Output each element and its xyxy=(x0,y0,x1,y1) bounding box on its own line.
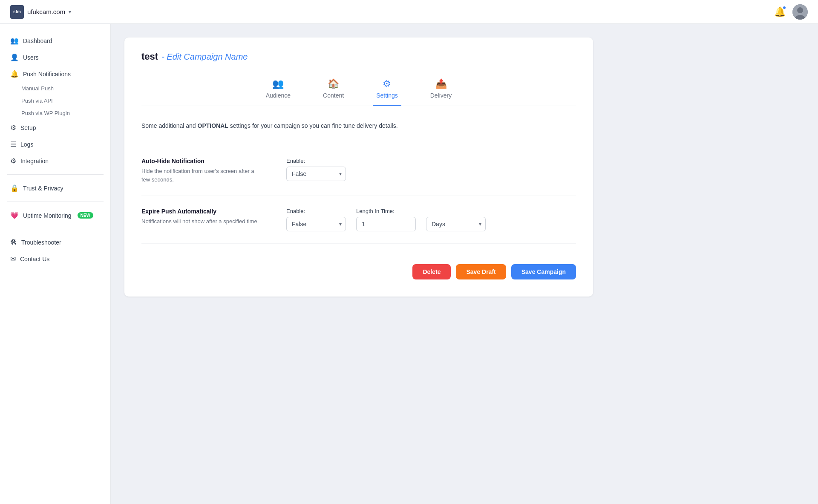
integration-icon: ⚙ xyxy=(10,157,16,165)
delivery-icon: 📤 xyxy=(435,78,447,89)
sidebar-item-push-wp[interactable]: Push via WP Plugin xyxy=(0,107,110,119)
expire-push-label-col: Expire Push Automatically Notifications … xyxy=(141,208,261,231)
sidebar-label-contact: Contact Us xyxy=(20,256,49,262)
sidebar-item-uptime-monitoring[interactable]: 💗 Uptime Monitoring NEW xyxy=(0,207,110,224)
edit-campaign-name-link[interactable]: - Edit Campaign Name xyxy=(161,52,248,62)
auto-hide-select-wrapper: False True ▾ xyxy=(286,167,346,181)
tabs: 👥 Audience 🏠 Content ⚙ Settings 📤 Delive… xyxy=(141,74,576,106)
sidebar-item-setup[interactable]: ⚙ Setup xyxy=(0,119,110,136)
sidebar-item-push-notifications[interactable]: 🔔 Push Notifications xyxy=(0,66,110,82)
notification-badge xyxy=(782,6,786,10)
page-title: test - Edit Campaign Name xyxy=(141,51,576,62)
sidebar-item-logs[interactable]: ☰ Logs xyxy=(0,136,110,153)
sidebar-divider-1 xyxy=(7,174,104,175)
domain-chevron-icon[interactable]: ▾ xyxy=(69,9,71,15)
contact-icon: ✉ xyxy=(10,255,16,263)
expire-push-unit-select[interactable]: Days Hours Minutes xyxy=(426,217,486,231)
sidebar-divider-2 xyxy=(7,202,104,202)
expire-push-enable-group: Enable: False True ▾ xyxy=(286,208,346,231)
sidebar-sub-push: Manual Push Push via API Push via WP Plu… xyxy=(0,82,110,119)
logs-icon: ☰ xyxy=(10,140,16,148)
expire-push-select-wrapper: False True ▾ xyxy=(286,217,346,231)
tab-label-content: Content xyxy=(323,92,344,99)
sidebar-item-troubleshooter[interactable]: 🛠 Troubleshooter xyxy=(0,234,110,251)
sidebar-item-dashboard[interactable]: 👥 Dashboard xyxy=(0,32,110,49)
settings-icon: ⚙ xyxy=(383,78,391,89)
sidebar-label-troubleshooter: Troubleshooter xyxy=(21,239,61,246)
sidebar-label-dashboard: Dashboard xyxy=(23,37,52,44)
sidebar-label-integration: Integration xyxy=(20,158,49,164)
app-logo: sfm xyxy=(10,5,24,19)
tab-audience[interactable]: 👥 Audience xyxy=(262,74,294,106)
sidebar-item-trust-privacy[interactable]: 🔒 Trust & Privacy xyxy=(0,180,110,196)
tab-label-delivery: Delivery xyxy=(430,92,452,99)
svg-point-1 xyxy=(797,7,803,13)
auto-hide-section: Auto-Hide Notification Hide the notifica… xyxy=(141,146,576,196)
tab-label-settings: Settings xyxy=(376,92,398,99)
settings-description: Some additional and OPTIONAL settings fo… xyxy=(141,121,576,130)
expire-push-unit-wrapper: Days Hours Minutes ▾ xyxy=(426,217,486,231)
tab-delivery[interactable]: 📤 Delivery xyxy=(427,74,455,106)
user-avatar[interactable] xyxy=(792,4,808,20)
new-badge: NEW xyxy=(78,212,93,219)
sidebar-item-push-api[interactable]: Push via API xyxy=(0,95,110,107)
auto-hide-select[interactable]: False True xyxy=(286,167,346,181)
expire-push-select[interactable]: False True xyxy=(286,217,346,231)
audience-icon: 👥 xyxy=(272,78,284,89)
card-footer: Delete Save Draft Save Campaign xyxy=(141,264,576,279)
users-icon: 👤 xyxy=(10,53,19,61)
auto-hide-controls: Enable: False True ▾ xyxy=(286,158,576,184)
expire-push-controls: Enable: False True ▾ Length In Time: xyxy=(286,208,576,231)
delete-button[interactable]: Delete xyxy=(412,264,451,279)
sidebar-item-manual-push[interactable]: Manual Push xyxy=(0,82,110,95)
layout: 👥 Dashboard 👤 Users 🔔 Push Notifications… xyxy=(0,24,818,504)
topbar: sfm ufukcam.com ▾ 🔔 xyxy=(0,0,818,24)
sidebar-label-setup: Setup xyxy=(20,124,36,131)
sidebar-label-trust: Trust & Privacy xyxy=(23,185,63,192)
sidebar-item-contact[interactable]: ✉ Contact Us xyxy=(0,251,110,267)
sidebar-label-push: Push Notifications xyxy=(23,71,71,78)
bell-sidebar-icon: 🔔 xyxy=(10,70,19,78)
expire-push-unit-group: Unit Days Hours Minutes ▾ xyxy=(426,208,486,231)
expire-push-length-label: Length In Time: xyxy=(356,208,416,214)
sidebar-item-users[interactable]: 👤 Users xyxy=(0,49,110,66)
expire-push-length-input[interactable] xyxy=(356,217,416,231)
auto-hide-title: Auto-Hide Notification xyxy=(141,158,261,164)
auto-hide-enable-label: Enable: xyxy=(286,158,346,164)
dashboard-icon: 👥 xyxy=(10,37,19,45)
lock-icon: 🔒 xyxy=(10,184,19,192)
optional-text: OPTIONAL xyxy=(198,122,228,129)
setup-icon: ⚙ xyxy=(10,124,16,132)
sidebar-divider-3 xyxy=(7,229,104,229)
notification-bell[interactable]: 🔔 xyxy=(774,6,786,17)
expire-push-section: Expire Push Automatically Notifications … xyxy=(141,196,576,244)
tab-content[interactable]: 🏠 Content xyxy=(320,74,347,106)
content-icon: 🏠 xyxy=(328,78,339,89)
sidebar-label-uptime: Uptime Monitoring xyxy=(23,212,72,219)
auto-hide-enable-group: Enable: False True ▾ xyxy=(286,158,346,181)
sidebar-item-integration[interactable]: ⚙ Integration xyxy=(0,153,110,169)
domain-name[interactable]: ufukcam.com xyxy=(27,8,65,15)
sidebar-label-logs: Logs xyxy=(20,141,33,148)
sidebar-label-users: Users xyxy=(23,54,39,61)
topbar-right: 🔔 xyxy=(774,4,808,20)
main-content: test - Edit Campaign Name 👥 Audience 🏠 C… xyxy=(111,24,818,504)
save-draft-button[interactable]: Save Draft xyxy=(456,264,506,279)
topbar-left: sfm ufukcam.com ▾ xyxy=(10,5,71,19)
tab-label-audience: Audience xyxy=(266,92,291,99)
save-campaign-button[interactable]: Save Campaign xyxy=(511,264,576,279)
troubleshooter-icon: 🛠 xyxy=(10,239,17,246)
tab-settings[interactable]: ⚙ Settings xyxy=(373,74,401,106)
expire-push-title: Expire Push Automatically xyxy=(141,208,261,215)
expire-push-length-group: Length In Time: xyxy=(356,208,416,231)
auto-hide-label-col: Auto-Hide Notification Hide the notifica… xyxy=(141,158,261,184)
campaign-card: test - Edit Campaign Name 👥 Audience 🏠 C… xyxy=(124,37,593,297)
expire-push-enable-label: Enable: xyxy=(286,208,346,214)
sidebar: 👥 Dashboard 👤 Users 🔔 Push Notifications… xyxy=(0,24,111,504)
campaign-name: test xyxy=(141,51,158,62)
auto-hide-description: Hide the notification from user's screen… xyxy=(141,167,261,184)
uptime-icon: 💗 xyxy=(10,211,19,219)
expire-push-description: Notifications will not show after a spec… xyxy=(141,217,261,226)
